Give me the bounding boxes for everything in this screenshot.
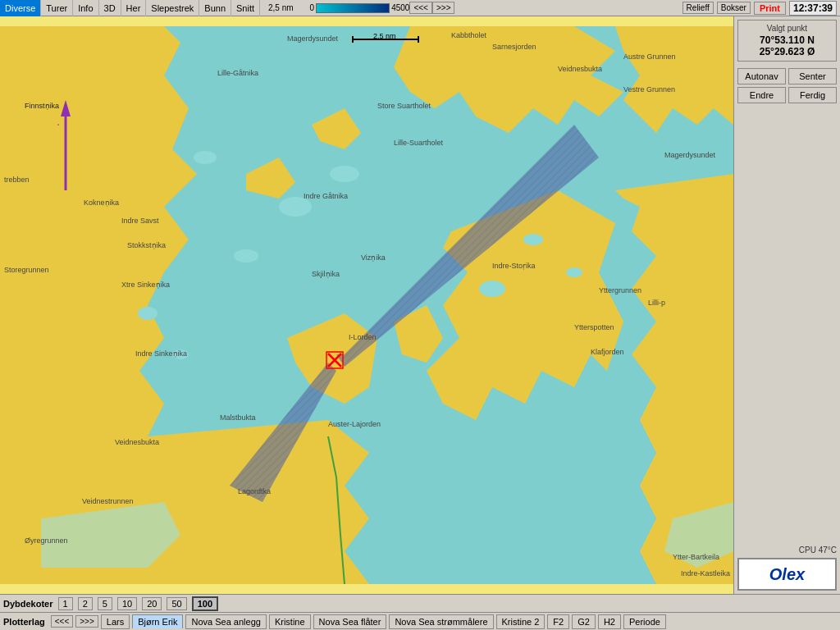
panel-btn-row-2: Endre Ferdig — [737, 87, 837, 103]
depth-5-button[interactable]: 5 — [98, 597, 112, 610]
senter-button[interactable]: Senter — [788, 68, 837, 84]
svg-point-2 — [234, 249, 258, 262]
scale-label: 2,5 nm — [268, 3, 294, 12]
nav-left-button[interactable]: <<< — [409, 2, 432, 14]
svg-text:Finnstṇika: Finnstṇika — [25, 102, 59, 110]
svg-text:Lagordtka: Lagordtka — [238, 487, 271, 495]
depth-100-button[interactable]: 100 — [192, 596, 218, 611]
svg-text:Indre Gåtnika: Indre Gåtnika — [304, 192, 348, 200]
svg-text:Lilli-p: Lilli-p — [648, 299, 665, 307]
valgt-punkt-label: Valgt punkt — [742, 24, 833, 33]
menu-slepestrek[interactable]: Slepestrek — [146, 0, 199, 16]
depth-gradient-bar — [316, 3, 390, 13]
layer-bar: Plotterlag <<< >>> Lars Bjørn Erik Nova … — [0, 612, 840, 630]
menu-3d[interactable]: 3D — [99, 0, 121, 16]
svg-text:2,5 nm: 2,5 nm — [373, 32, 396, 40]
menu-diverse[interactable]: Diverse — [0, 0, 41, 16]
menu-her[interactable]: Her — [121, 0, 147, 16]
svg-text:trebben: trebben — [4, 176, 30, 184]
menu-turer[interactable]: Turer — [41, 0, 73, 16]
svg-point-9 — [566, 267, 582, 277]
svg-point-6 — [194, 151, 217, 164]
svg-text:Sarnesjorden: Sarnesjorden — [492, 43, 536, 51]
menu-bunn[interactable]: Bunn — [199, 0, 231, 16]
svg-text:Veidnesbukta: Veidnesbukta — [115, 438, 159, 446]
dybdekoter-label: Dybdekoter — [3, 599, 53, 609]
relief-button[interactable]: Relieff — [682, 2, 714, 14]
layer-tab-h2[interactable]: H2 — [598, 614, 621, 629]
svg-point-8 — [523, 234, 543, 245]
endre-button[interactable]: Endre — [737, 87, 786, 103]
layer-tab-kristine[interactable]: Kristine — [269, 614, 311, 629]
layer-tab-nova-sea-flater[interactable]: Nova Sea flåter — [313, 614, 387, 629]
svg-text:Øyregrunnen: Øyregrunnen — [25, 536, 68, 545]
menu-snitt[interactable]: Snitt — [231, 0, 260, 16]
cpu-info: CPU 47°C — [737, 546, 837, 555]
svg-text:Indre-Kastleika: Indre-Kastleika — [681, 569, 730, 578]
bokser-button[interactable]: Bokser — [717, 2, 751, 14]
svg-text:Yttergrunnen: Yttergrunnen — [599, 286, 641, 294]
layer-tab-periode[interactable]: Periode — [623, 614, 666, 629]
layer-tab-g2[interactable]: G2 — [572, 614, 596, 629]
layer-nav-left-button[interactable]: <<< — [51, 615, 74, 628]
print-button[interactable]: Print — [754, 2, 786, 15]
right-panel: Valgt punkt 70°53.110 N 25°29.623 Ø Auto… — [733, 16, 840, 594]
svg-text:Kabbtholet: Kabbtholet — [451, 31, 487, 39]
nav-right-button[interactable]: >>> — [432, 2, 455, 14]
map-svg: 2,5 nm Kabbtholet Sarnesjorden Veidnesbu… — [0, 16, 733, 594]
coord-east: 25°29.623 Ø — [742, 46, 833, 57]
svg-text:Indre Sinkeṇika: Indre Sinkeṇika — [135, 349, 187, 358]
layer-tab-kristine2[interactable]: Kristine 2 — [496, 614, 546, 629]
depth-1-button[interactable]: 1 — [58, 597, 73, 610]
clock-display: 12:37:39 — [789, 1, 837, 16]
coord-north: 70°53.110 N — [742, 34, 833, 46]
svg-text:Kokneṇika: Kokneṇika — [84, 199, 119, 207]
layer-tab-f2[interactable]: F2 — [547, 614, 569, 629]
svg-text:Indre-Stoṛika: Indre-Stoṛika — [492, 262, 536, 270]
svg-text:Lille-Gåtnika: Lille-Gåtnika — [217, 69, 258, 77]
layer-tab-bjorn-erik[interactable]: Bjørn Erik — [132, 614, 183, 628]
svg-text:Magerdysundet: Magerdysundet — [287, 34, 339, 43]
ferdig-button[interactable]: Ferdig — [788, 87, 837, 103]
depth-20-button[interactable]: 20 — [142, 597, 162, 610]
svg-text:Indre Savst: Indre Savst — [121, 217, 159, 225]
svg-text:Vestre Grunnen: Vestre Grunnen — [623, 85, 675, 94]
svg-point-7 — [479, 281, 505, 297]
svg-text:Austre Grunnen: Austre Grunnen — [623, 52, 676, 61]
depth-10-button[interactable]: 10 — [117, 597, 137, 610]
map-canvas[interactable]: 2,5 nm Kabbtholet Sarnesjorden Veidnesbu… — [0, 16, 733, 594]
svg-text:Xtre Sinkeṇika: Xtre Sinkeṇika — [121, 281, 170, 289]
menu-info[interactable]: Info — [73, 0, 98, 16]
svg-text:Magerdysundet: Magerdysundet — [664, 151, 716, 159]
svg-text:Veidnestrunnen: Veidnestrunnen — [82, 497, 134, 505]
panel-btn-row-1: Autonav Senter — [737, 68, 837, 84]
coord-display: Valgt punkt 70°53.110 N 25°29.623 Ø — [737, 20, 837, 62]
svg-point-4 — [138, 307, 158, 320]
svg-text:Veidnesbukta: Veidnesbukta — [558, 65, 602, 73]
svg-text:I-Lorden: I-Lorden — [349, 333, 377, 341]
layer-nav-right-button[interactable]: >>> — [75, 615, 98, 628]
olex-logo: Olex — [737, 558, 837, 591]
svg-point-3 — [330, 166, 359, 182]
svg-text:Vizṇika: Vizṇika — [361, 253, 386, 262]
svg-text:Store Suartholet: Store Suartholet — [377, 102, 431, 110]
depth-2-button[interactable]: 2 — [78, 597, 93, 610]
layer-tab-lars[interactable]: Lars — [101, 614, 130, 629]
svg-text:Malstbukta: Malstbukta — [220, 413, 256, 422]
depth-max-label: 4500 — [391, 3, 409, 12]
svg-text:Klafjorden: Klafjorden — [591, 348, 624, 356]
depth-min-label: 0 — [310, 3, 315, 12]
layer-tab-nova-sea-anlegg[interactable]: Nova Sea anlegg — [185, 614, 266, 629]
autonav-button[interactable]: Autonav — [737, 68, 786, 84]
svg-text:Stokkstṇika: Stokkstṇika — [127, 241, 166, 249]
svg-text:Ytterspotten: Ytterspotten — [574, 323, 614, 331]
plotterlag-label: Plotterlag — [3, 617, 45, 627]
svg-text:Skjilṇika: Skjilṇika — [312, 270, 340, 278]
app: Diverse Turer Info 3D Her Slepestrek Bun… — [0, 0, 840, 630]
depth-50-button[interactable]: 50 — [167, 597, 186, 610]
layer-tab-nova-sea-strommalere[interactable]: Nova Sea strømmålere — [389, 614, 493, 629]
svg-text:Auster-Lajorden: Auster-Lajorden — [328, 420, 381, 428]
svg-text:Ytter-Bartkeila: Ytter-Bartkeila — [673, 553, 719, 561]
svg-text:Lille-Suartholet: Lille-Suartholet — [394, 139, 444, 147]
svg-text:Storegrunnen: Storegrunnen — [4, 266, 49, 274]
